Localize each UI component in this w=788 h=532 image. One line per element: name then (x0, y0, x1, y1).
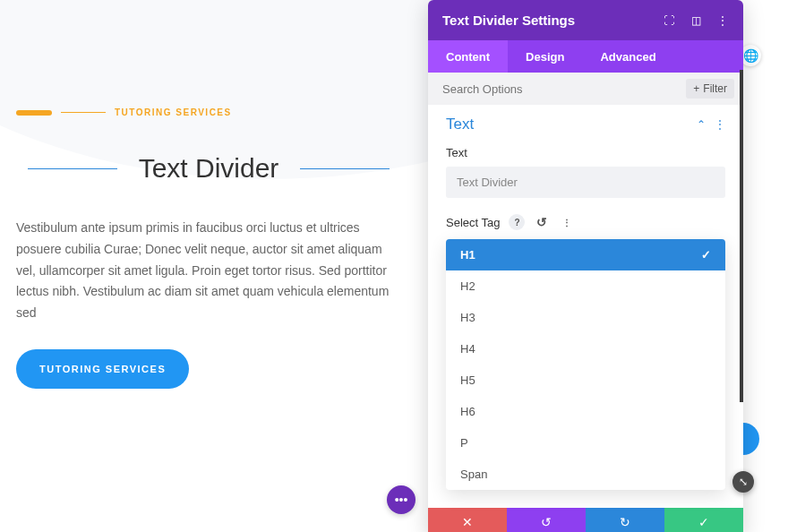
search-row: + Filter (428, 73, 743, 105)
section-header-text[interactable]: Text ⌃ ⋮ (446, 116, 725, 133)
undo-icon[interactable]: ↺ (534, 214, 550, 230)
eyebrow: TUTORING SERVICES (16, 107, 401, 117)
more-icon[interactable]: ⋮ (559, 214, 575, 230)
floating-action-button[interactable]: ••• (387, 485, 415, 514)
globe-icon: 🌐 (743, 48, 758, 63)
eyebrow-text: TUTORING SERVICES (115, 107, 232, 117)
section-title: Text (446, 116, 474, 133)
dropdown-option-span[interactable]: Span (446, 459, 725, 490)
field-label-text: Text (446, 146, 725, 159)
divider-line-right (300, 168, 390, 169)
dropdown-option-h1[interactable]: H1 ✓ (446, 239, 725, 270)
dropdown-option-h3[interactable]: H3 (446, 302, 725, 333)
expand-icon[interactable]: ⛶ (663, 14, 675, 27)
help-icon[interactable]: ? (509, 214, 525, 230)
divider-title: Text Divider (139, 153, 279, 184)
eyebrow-line (61, 112, 106, 113)
resize-handle[interactable]: ⤡ (732, 471, 754, 493)
filter-button[interactable]: + Filter (686, 79, 734, 99)
check-icon: ✓ (698, 515, 709, 529)
panel-tabs: Content Design Advanced (428, 40, 743, 73)
undo-icon: ↺ (541, 515, 552, 529)
cancel-button[interactable]: ✕ (428, 508, 507, 532)
select-tag-dropdown: H1 ✓ H2 H3 H4 H5 H6 P Span (446, 239, 725, 490)
option-label: H1 (460, 248, 475, 262)
panel-body: Text ⌃ ⋮ Text Select Tag ? ↺ ⋮ H1 ✓ H2 H… (428, 105, 743, 508)
plus-icon: + (693, 82, 699, 95)
tab-content[interactable]: Content (428, 40, 508, 73)
redo-icon: ↻ (620, 515, 630, 529)
text-divider-module[interactable]: Text Divider (16, 153, 401, 184)
panel-title: Text Divider Settings (442, 13, 575, 28)
eyebrow-bar (16, 110, 52, 116)
filter-label: Filter (703, 82, 727, 95)
dropdown-option-p[interactable]: P (446, 427, 725, 459)
field-label-select-tag: Select Tag (446, 216, 500, 229)
more-icon[interactable]: ⋮ (715, 118, 725, 131)
section-actions: ⌃ ⋮ (697, 118, 725, 131)
resize-icon: ⤡ (739, 476, 748, 488)
more-icon[interactable]: ⋮ (716, 14, 729, 27)
tab-design[interactable]: Design (508, 40, 582, 73)
cta-button[interactable]: TUTORING SERVICES (16, 349, 189, 389)
undo-button[interactable]: ↺ (507, 508, 586, 532)
dropdown-option-h5[interactable]: H5 (446, 365, 725, 396)
tab-advanced[interactable]: Advanced (582, 40, 673, 73)
page-content: TUTORING SERVICES Text Divider Vestibulu… (16, 107, 401, 389)
divider-line-left (28, 168, 117, 169)
close-icon: ✕ (462, 515, 473, 529)
redo-button[interactable]: ↻ (586, 508, 664, 532)
columns-icon[interactable]: ◫ (690, 14, 702, 27)
save-button[interactable]: ✓ (664, 508, 743, 532)
settings-panel: Text Divider Settings ⛶ ◫ ⋮ Content Desi… (428, 0, 743, 532)
dots-icon: ••• (395, 493, 408, 507)
check-icon: ✓ (701, 248, 711, 262)
text-field[interactable] (446, 167, 725, 198)
dropdown-option-h6[interactable]: H6 (446, 396, 725, 427)
search-input[interactable] (442, 82, 686, 96)
dropdown-option-h4[interactable]: H4 (446, 333, 725, 365)
chevron-up-icon[interactable]: ⌃ (697, 118, 706, 131)
panel-header: Text Divider Settings ⛶ ◫ ⋮ (428, 0, 743, 40)
panel-header-actions: ⛶ ◫ ⋮ (663, 14, 729, 27)
panel-footer: ✕ ↺ ↻ ✓ (428, 508, 743, 532)
body-paragraph: Vestibulum ante ipsum primis in faucibus… (16, 218, 401, 324)
select-tag-row: Select Tag ? ↺ ⋮ (446, 214, 725, 230)
dropdown-option-h2[interactable]: H2 (446, 270, 725, 302)
